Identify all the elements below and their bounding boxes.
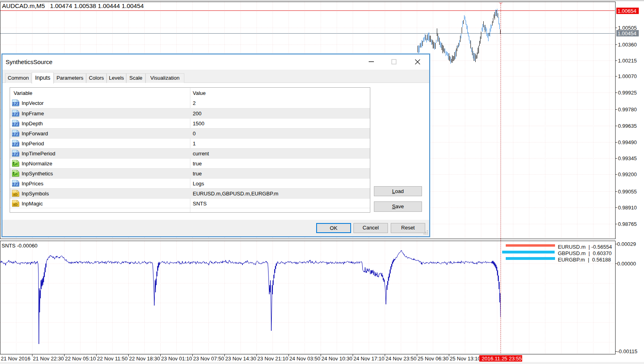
svg-text:1.00654: 1.00654 (618, 8, 636, 14)
svg-text:21 Nov 2016: 21 Nov 2016 (1, 356, 30, 362)
svg-text:24 Nov 03:50: 24 Nov 03:50 (289, 356, 320, 362)
svg-text:23 Nov 07:50: 23 Nov 07:50 (193, 356, 224, 362)
svg-text:24 Nov 17:10: 24 Nov 17:10 (353, 356, 384, 362)
svg-text:22 Nov 11:50: 22 Nov 11:50 (97, 356, 127, 362)
svg-text:0.99780: 0.99780 (618, 107, 637, 113)
svg-text:1.00215: 1.00215 (618, 58, 637, 64)
svg-text:0.00000: 0.00000 (617, 261, 636, 267)
svg-text:0.99490: 0.99490 (618, 139, 637, 145)
svg-text:0.99055: 0.99055 (618, 189, 637, 195)
svg-text:EURGBP.m | 0.56188: EURGBP.m | 0.56188 (558, 257, 611, 263)
svg-text:123: 123 (12, 101, 20, 106)
svg-text:25 Nov 13:10: 25 Nov 13:10 (450, 356, 480, 362)
svg-text:23 Nov 14:30: 23 Nov 14:30 (225, 356, 256, 362)
svg-text:0.99925: 0.99925 (618, 90, 637, 96)
svg-text:24 Nov 23:50: 24 Nov 23:50 (386, 356, 416, 362)
svg-text:123: 123 (12, 142, 20, 147)
svg-text:123: 123 (12, 152, 20, 157)
svg-text:2016.11.25 23:55: 2016.11.25 23:55 (482, 356, 522, 362)
svg-text:24 Nov 10:30: 24 Nov 10:30 (321, 356, 352, 362)
svg-text:0.98910: 0.98910 (618, 205, 637, 211)
svg-text:1.00454: 1.00454 (618, 30, 636, 36)
svg-text:0.00029: 0.00029 (617, 241, 636, 247)
svg-text:1.00360: 1.00360 (618, 42, 637, 48)
svg-text:123: 123 (12, 182, 20, 187)
svg-text:EURUSD.m | -0.56554: EURUSD.m | -0.56554 (558, 244, 612, 250)
svg-text:23 Nov 21:10: 23 Nov 21:10 (257, 356, 288, 362)
svg-text:0.99345: 0.99345 (618, 155, 637, 161)
svg-text:GBPUSD.m | 0.60370: GBPUSD.m | 0.60370 (558, 250, 612, 256)
svg-text:SNTS -0.00060: SNTS -0.00060 (2, 243, 38, 249)
svg-text:ab: ab (13, 192, 18, 197)
svg-text:0.99200: 0.99200 (618, 171, 637, 177)
svg-text:123: 123 (12, 112, 20, 117)
svg-text:21 Nov 22:30: 21 Nov 22:30 (33, 356, 64, 362)
svg-text:-0.00115: -0.00115 (617, 348, 637, 354)
svg-text:ab: ab (13, 202, 18, 207)
svg-text:AUDCAD.m,M5 1.00474 1.00538: AUDCAD.m,M5 1.00474 1.00538 1.00444 1.00… (2, 2, 144, 9)
svg-text:23 Nov 01:10: 23 Nov 01:10 (161, 356, 192, 362)
svg-text:25 Nov 06:30: 25 Nov 06:30 (418, 356, 448, 362)
svg-text:1.00070: 1.00070 (618, 73, 637, 79)
svg-text:0.98765: 0.98765 (618, 221, 637, 227)
svg-text:1.00505: 1.00505 (618, 25, 637, 31)
svg-text:22 Nov 05:10: 22 Nov 05:10 (65, 356, 96, 362)
svg-text:0.99635: 0.99635 (618, 123, 637, 129)
svg-text:22 Nov 18:30: 22 Nov 18:30 (129, 356, 160, 362)
svg-text:123: 123 (12, 132, 20, 137)
svg-text:123: 123 (12, 122, 20, 127)
